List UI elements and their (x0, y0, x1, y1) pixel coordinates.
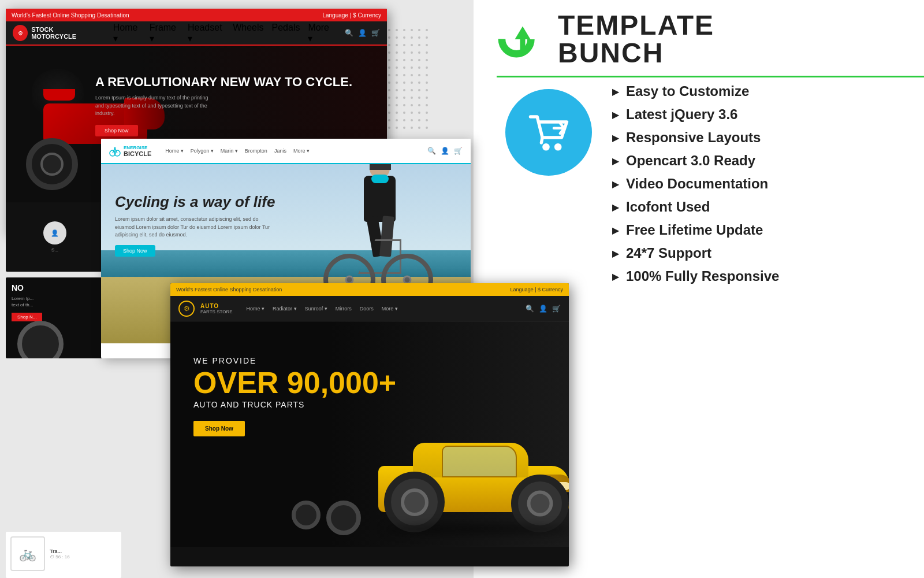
feature-arrow-4: ▶ (612, 155, 619, 166)
feature-arrow-2: ▶ (612, 109, 619, 120)
feature-item-6: ▶Icofont Used (612, 199, 901, 215)
moto-topbar: World's Fastest Online Shopping Desatina… (6, 9, 387, 21)
feature-item-2: ▶Latest jQuery 3.6 (612, 106, 901, 123)
moto-nav-wheels: Wheels (233, 23, 263, 44)
features-section: ▶Easy to Customize▶Latest jQuery 3.6▶Res… (612, 83, 901, 284)
moto-hero-title: A REVOLUTIONARY NEW WAY TO CYCLE. (95, 75, 352, 90)
svg-point-2 (114, 147, 116, 149)
feature-item-4: ▶Opencart 3.0 Ready (612, 153, 901, 169)
bicy-logo: ENERGISE BICYCLE (109, 145, 151, 157)
auto-shop-btn: Shop Now (193, 421, 245, 436)
auto-hero: WE PROVIDE OVER 90,000+ AUTO AND TRUCK P… (170, 321, 569, 547)
cart-icon-circle (505, 89, 592, 176)
moto-nav-links: Home ▾ Frame ▾ Headset ▾ Wheels Pedals M… (113, 23, 333, 44)
feature-item-1: ▶Easy to Customize (612, 83, 901, 99)
bicy-hero-text: Cycling is a way of life Lorem ipsum dol… (115, 193, 277, 257)
car-illustration (361, 397, 569, 535)
brand-header: TEMPLATE BUNCH (497, 12, 901, 77)
feature-text-1: Easy to Customize (626, 83, 749, 99)
partial-left-2: NO Lorem Ip...text of th... Shop N... (6, 277, 116, 358)
moto-nav-more: More ▾ (308, 23, 333, 44)
feature-arrow-9: ▶ (612, 271, 619, 282)
svg-point-5 (542, 143, 550, 151)
bicy-hero-desc: Lorem ipsum dolor sit amet, consectetur … (115, 216, 277, 239)
moto-nav: ⚙ STOCK MOTORCYCLE Home ▾ Frame ▾ Headse… (6, 21, 387, 46)
bottom-partial-bicy: 🚲 Tra... ⏱ 56 : 16 (6, 532, 121, 578)
auto-nav-links: Home ▾ Radiator ▾ Sunroof ▾ Mirrors Door… (247, 306, 398, 312)
feature-item-5: ▶Video Documentation (612, 176, 901, 192)
partial-left-1: 👤 S... (6, 202, 104, 272)
auto-topbar-left: World's Fastest Online Shopping Desatina… (176, 287, 282, 292)
auto-topbar-right: Language | $ Currency (511, 287, 563, 292)
bicy-nav-links: Home ▾ Polygon ▾ Marin ▾ Brompton Janis … (165, 148, 310, 154)
feature-arrow-5: ▶ (612, 179, 619, 190)
feature-text-4: Opencart 3.0 Ready (626, 153, 755, 169)
brand-name-line1: TEMPLATE (558, 12, 714, 39)
auto-logo: ⚙ AUTO PARTS STORE (178, 301, 233, 317)
moto-shop-btn: Shop Now (95, 125, 138, 136)
feature-arrow-1: ▶ (612, 86, 619, 97)
feature-arrow-8: ▶ (612, 248, 619, 259)
cart-section (497, 83, 601, 187)
cart-icon-svg (523, 106, 575, 158)
brand-name-line2: BUNCH (558, 39, 714, 67)
bicy-nav: ENERGISE BICYCLE Home ▾ Polygon ▾ Marin … (101, 139, 471, 164)
feature-text-8: 24*7 Support (626, 245, 711, 261)
moto-nav-frame: Frame ▾ (150, 23, 180, 44)
feature-text-7: Free Lifetime Update (626, 222, 763, 238)
moto-logo-text: STOCK MOTORCYCLE (31, 26, 96, 40)
moto-nav-home: Home ▾ (113, 23, 141, 44)
moto-nav-pedals: Pedals (272, 23, 300, 44)
moto-logo: ⚙ STOCK MOTORCYCLE (13, 25, 96, 41)
left-panel: World's Fastest Online Shopping Desatina… (0, 0, 474, 578)
auto-hero-label: WE PROVIDE (193, 356, 396, 365)
screenshot-container: World's Fastest Online Shopping Desatina… (0, 0, 474, 578)
bicy-shop-btn: Shop Now (115, 245, 155, 257)
moto-hero-subtitle: Lorem Ipsum is simply dummy text of the … (95, 94, 211, 118)
feature-text-6: Icofont Used (626, 199, 710, 215)
feature-text-5: Video Documentation (626, 176, 768, 192)
auto-nav: ⚙ AUTO PARTS STORE Home ▾ Radiator ▾ Sun… (170, 296, 569, 321)
features-list: ▶Easy to Customize▶Latest jQuery 3.6▶Res… (612, 83, 901, 284)
svg-point-6 (554, 143, 562, 151)
moto-hero-text: A REVOLUTIONARY NEW WAY TO CYCLE. Lorem … (95, 75, 352, 136)
moto-topbar-left: World's Fastest Online Shopping Desatina… (12, 12, 129, 18)
moto-nav-headset: Headset ▾ (188, 23, 225, 44)
feature-item-8: ▶24*7 Support (612, 245, 901, 261)
feature-item-7: ▶Free Lifetime Update (612, 222, 901, 238)
autoparts-template-preview: World's Fastest Online Shopping Desatina… (170, 283, 569, 566)
feature-item-3: ▶Responsive Layouts (612, 129, 901, 146)
auto-hero-number: OVER 90,000+ (193, 368, 396, 398)
moto-topbar-right: Language | $ Currency (322, 12, 381, 18)
feature-text-3: Responsive Layouts (626, 129, 761, 146)
brand-underline-decoration (497, 76, 924, 77)
auto-logo-icon: ⚙ (178, 301, 195, 317)
feature-arrow-6: ▶ (612, 202, 619, 213)
feature-text-2: Latest jQuery 3.6 (626, 106, 737, 123)
auto-topbar: World's Fastest Online Shopping Desatina… (170, 283, 569, 296)
brand-logo-svg (497, 13, 549, 65)
brand-name: TEMPLATE BUNCH (558, 12, 714, 67)
feature-item-9: ▶100% Fully Responsive (612, 268, 901, 284)
bicy-hero-title: Cycling is a way of life (115, 193, 277, 211)
brand-name-container: TEMPLATE BUNCH (558, 12, 714, 67)
feature-text-9: 100% Fully Responsive (626, 268, 779, 284)
feature-arrow-3: ▶ (612, 132, 619, 143)
feature-arrow-7: ▶ (612, 225, 619, 236)
moto-logo-icon: ⚙ (13, 25, 28, 41)
